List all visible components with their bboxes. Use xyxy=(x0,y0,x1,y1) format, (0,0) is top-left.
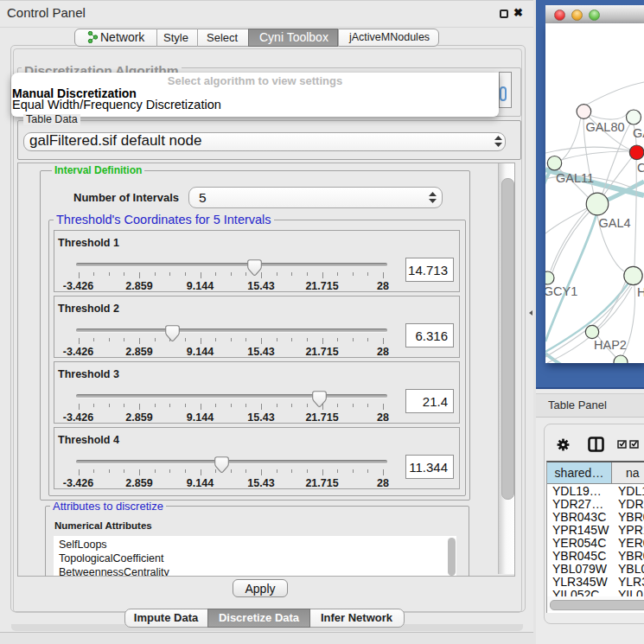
svg-text:CR: CR xyxy=(637,161,644,175)
svg-text:GCY1: GCY1 xyxy=(545,284,577,298)
svg-text:GAL11: GAL11 xyxy=(556,171,594,185)
svg-text:GAL80: GAL80 xyxy=(585,120,624,134)
svg-text:GAL: GAL xyxy=(633,126,644,140)
svg-text:GAL4: GAL4 xyxy=(598,216,630,230)
svg-text:HAP2: HAP2 xyxy=(594,338,627,352)
svg-text:HA: HA xyxy=(637,285,644,299)
